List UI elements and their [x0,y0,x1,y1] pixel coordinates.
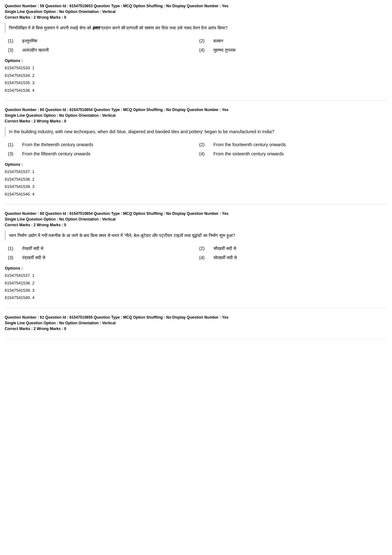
correct-marks-60-en: Correct Marks : 2 Wrong Marks : 0 [5,119,387,123]
option-4-60-hi: (4) सोलहवीं सदी से [199,254,384,261]
options-list-60-hi: 61547541537. 1 61547541538. 2 6154754153… [5,272,387,302]
options-list-59: 61547541533. 1 61547541534. 2 6154754153… [5,64,387,94]
options-grid-59: (1) इल्तुतमिश (2) बलबन (3) अलाउद्दीन खलज… [5,38,387,53]
question-meta-61: Question Number : 61 Question Id : 61547… [5,315,387,326]
option-1-59: (1) इल्तुतमिश [8,38,193,44]
options-list-label-60-en: Options : [5,162,387,167]
option-4-59: (4) मुहम्मद तुगलक [199,47,384,53]
question-59: Question Number : 59 Question Id : 61547… [5,3,387,101]
question-meta-59: Question Number : 59 Question Id : 61547… [5,3,387,15]
question-meta-60-hi: Question Number : 60 Question Id : 61547… [5,211,387,222]
option-3-60-hi: (3) पंद्रहवीं सदी से [8,254,193,261]
option-4-60-en: (4) From the sixteenth century onwards [199,151,384,157]
options-grid-60-hi: (1) तेरहवीं सदी से (2) चौदहवीं सदी से (3… [5,245,387,261]
option-1-60-en: (1) From the thirteenth century onwards [8,141,193,148]
correct-marks-59: Correct Marks : 2 Wrong Marks : 0 [5,15,387,20]
question-60-en: Question Number : 60 Question Id : 61547… [5,107,387,204]
option-3-59: (3) अलाउद्दीन खलजी [8,47,193,53]
question-meta-60-en: Question Number : 60 Question Id : 61547… [5,107,387,118]
correct-marks-61: Correct Marks : 2 Wrong Marks : 0 [5,327,387,331]
options-list-60-en: 61547541537. 1 61547541538. 2 6154754153… [5,168,387,198]
option-3-60-en: (3) From the fifteenth century onwards [8,151,193,157]
question-60-hi: Question Number : 60 Question Id : 61547… [5,211,387,308]
question-61: Question Number : 61 Question Id : 61547… [5,315,387,339]
option-1-60-hi: (1) तेरहवीं सदी से [8,245,193,252]
correct-marks-60-hi: Correct Marks : 2 Wrong Marks : 0 [5,223,387,227]
option-2-60-hi: (2) चौदहवीं सदी से [199,245,384,252]
option-2-59: (2) बलबन [199,38,384,44]
options-list-label-59: Options : [5,58,387,63]
option-2-60-en: (2) From the fourteenth century onwards [199,141,384,148]
options-grid-60-en: (1) From the thirteenth century onwards … [5,141,387,157]
options-list-label-60-hi: Options : [5,266,387,271]
question-text-59: निम्नलिखित में से किस मुलतान ने अपनी स्थ… [5,23,387,33]
question-text-60-en: In the building industry, with new techn… [5,127,387,137]
question-text-60-hi: भवन निर्माण उद्योग में नयी तकनीक के आ जा… [5,230,387,240]
